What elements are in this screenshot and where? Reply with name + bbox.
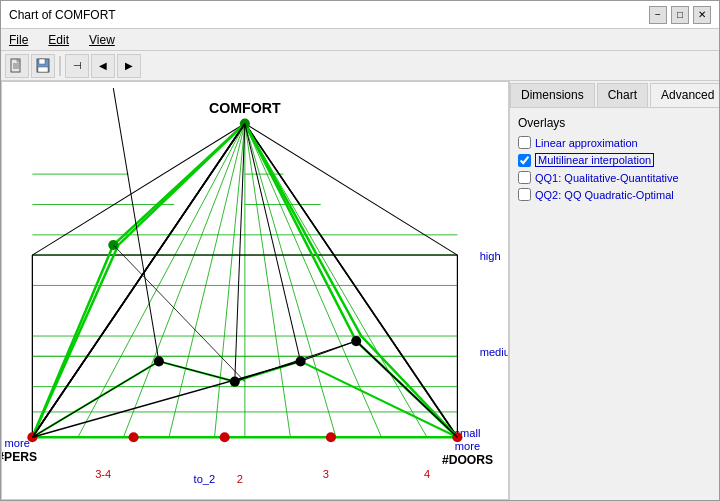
panel-content: Overlays Linear approximation Multilinea… xyxy=(510,108,719,500)
window-controls: − □ ✕ xyxy=(649,6,711,24)
svg-line-83 xyxy=(356,341,457,437)
close-button[interactable]: ✕ xyxy=(693,6,711,24)
svg-line-79 xyxy=(245,124,301,362)
overlay-multilinear: Multilinear interpolation xyxy=(518,153,711,167)
toolbar: ⊣ ◀ ▶ xyxy=(1,51,719,81)
svg-text:2: 2 xyxy=(237,473,243,485)
svg-rect-5 xyxy=(39,59,45,64)
label-linear: Linear approximation xyxy=(535,137,638,149)
toolbar-separator-1 xyxy=(59,56,61,76)
overlay-linear: Linear approximation xyxy=(518,136,711,149)
checkbox-multilinear[interactable] xyxy=(518,154,531,167)
svg-line-34 xyxy=(245,124,336,438)
svg-text:COMFORT: COMFORT xyxy=(209,100,281,116)
chart-area: COMFORT more #PERS small more #DOORS hig… xyxy=(1,81,509,500)
toolbar-first[interactable]: ⊣ xyxy=(65,54,89,78)
menu-file[interactable]: File xyxy=(5,31,32,49)
menu-edit[interactable]: Edit xyxy=(44,31,73,49)
svg-line-31 xyxy=(215,124,245,438)
svg-text:4: 4 xyxy=(424,468,430,480)
label-qq2: QQ2: QQ Quadratic-Optimal xyxy=(535,189,674,201)
svg-text:3: 3 xyxy=(323,468,329,480)
window-title: Chart of COMFORT xyxy=(9,8,115,22)
svg-line-78 xyxy=(235,124,245,382)
overlay-qq1: QQ1: Qualitative-Quantitative xyxy=(518,171,711,184)
svg-line-81 xyxy=(235,341,356,381)
tab-chart[interactable]: Chart xyxy=(597,83,648,107)
overlays-title: Overlays xyxy=(518,116,711,130)
toolbar-next[interactable]: ▶ xyxy=(117,54,141,78)
toolbar-prev[interactable]: ◀ xyxy=(91,54,115,78)
tabs-row: Dimensions Chart Advanced xyxy=(510,81,719,108)
chart-svg: COMFORT more #PERS small more #DOORS hig… xyxy=(2,82,508,499)
svg-line-56 xyxy=(245,124,458,438)
svg-point-74 xyxy=(129,432,139,442)
checkbox-qq1[interactable] xyxy=(518,171,531,184)
checkbox-qq2[interactable] xyxy=(518,188,531,201)
content-area: COMFORT more #PERS small more #DOORS hig… xyxy=(1,81,719,500)
svg-text:3-4: 3-4 xyxy=(95,468,111,480)
toolbar-save[interactable] xyxy=(31,54,55,78)
svg-line-36 xyxy=(245,124,427,438)
svg-text:high: high xyxy=(480,250,501,262)
maximize-button[interactable]: □ xyxy=(671,6,689,24)
checkbox-linear[interactable] xyxy=(518,136,531,149)
svg-line-29 xyxy=(123,124,244,438)
tab-advanced[interactable]: Advanced xyxy=(650,83,719,107)
svg-line-80 xyxy=(159,361,235,381)
label-qq1: QQ1: Qualitative-Quantitative xyxy=(535,172,679,184)
menu-bar: File Edit View xyxy=(1,29,719,51)
svg-text:more: more xyxy=(5,437,30,449)
svg-line-75 xyxy=(32,124,245,438)
right-panel: Dimensions Chart Advanced Overlays Linea… xyxy=(509,81,719,500)
label-multilinear: Multilinear interpolation xyxy=(535,153,654,167)
svg-line-30 xyxy=(169,124,245,438)
tab-dimensions[interactable]: Dimensions xyxy=(510,83,595,107)
svg-text:medium: medium xyxy=(480,346,508,358)
svg-text:more: more xyxy=(455,440,480,452)
svg-rect-6 xyxy=(38,67,48,72)
title-bar: Chart of COMFORT − □ ✕ xyxy=(1,1,719,29)
main-window: Chart of COMFORT − □ ✕ File Edit View xyxy=(0,0,720,501)
svg-point-73 xyxy=(220,432,230,442)
overlay-qq2: QQ2: QQ Quadratic-Optimal xyxy=(518,188,711,201)
svg-line-60 xyxy=(32,124,245,256)
svg-line-85 xyxy=(113,245,245,382)
svg-line-61 xyxy=(245,124,458,256)
toolbar-new[interactable] xyxy=(5,54,29,78)
svg-text:#DOORS: #DOORS xyxy=(442,453,493,467)
svg-text:#PERS: #PERS xyxy=(2,450,37,464)
menu-view[interactable]: View xyxy=(85,31,119,49)
svg-line-77 xyxy=(113,88,159,361)
minimize-button[interactable]: − xyxy=(649,6,667,24)
svg-text:to_2: to_2 xyxy=(194,473,216,485)
svg-point-72 xyxy=(326,432,336,442)
svg-line-84 xyxy=(32,361,159,437)
